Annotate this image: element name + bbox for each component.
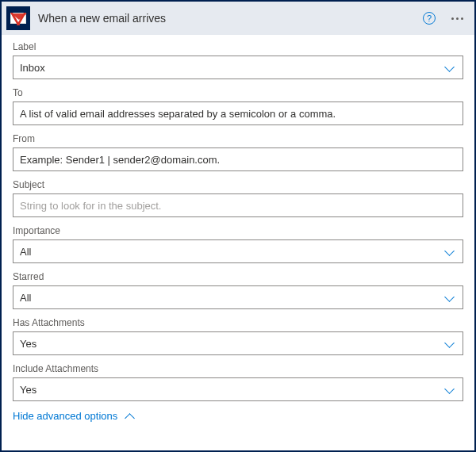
field-label-text: From [13, 133, 463, 144]
field-from: From Example: Sender1 | sender2@domain.c… [13, 133, 463, 171]
to-placeholder: A list of valid email addresses separate… [20, 108, 456, 120]
field-label-text: Importance [13, 225, 463, 236]
from-input[interactable]: Example: Sender1 | sender2@domain.com. [13, 147, 463, 171]
chevron-up-icon [124, 409, 136, 422]
field-label: Label Inbox [13, 41, 463, 79]
header-actions: ? [423, 12, 466, 25]
chevron-down-icon [443, 245, 456, 258]
subject-placeholder: String to look for in the subject. [20, 200, 456, 212]
include-attachments-value: Yes [20, 384, 443, 396]
field-label-text: Include Attachments [13, 363, 463, 374]
field-to: To A list of valid email addresses separ… [13, 87, 463, 125]
card-title: When a new email arrives [38, 12, 415, 25]
field-label-text: Label [13, 41, 463, 52]
chevron-down-icon [443, 337, 456, 350]
field-has-attachments: Has Attachments Yes [13, 317, 463, 355]
more-menu-icon[interactable] [448, 14, 466, 23]
has-attachments-dropdown[interactable]: Yes [13, 331, 463, 355]
trigger-card: When a new email arrives ? Label Inbox T… [0, 0, 476, 452]
field-subject: Subject String to look for in the subjec… [13, 179, 463, 217]
help-icon[interactable]: ? [423, 12, 436, 25]
chevron-down-icon [443, 291, 456, 304]
gmail-icon [6, 6, 30, 30]
importance-value: All [20, 246, 443, 258]
field-label-text: Starred [13, 271, 463, 282]
field-label-text: To [13, 87, 463, 98]
field-label-text: Has Attachments [13, 317, 463, 328]
starred-dropdown[interactable]: All [13, 285, 463, 309]
from-placeholder: Example: Sender1 | sender2@domain.com. [20, 154, 456, 166]
field-include-attachments: Include Attachments Yes [13, 363, 463, 401]
include-attachments-dropdown[interactable]: Yes [13, 377, 463, 401]
chevron-down-icon [443, 383, 456, 396]
chevron-down-icon [443, 61, 456, 74]
label-value: Inbox [20, 62, 443, 74]
field-label-text: Subject [13, 179, 463, 190]
to-input[interactable]: A list of valid email addresses separate… [13, 102, 463, 125]
toggle-advanced-options[interactable]: Hide advanced options [13, 409, 463, 422]
card-body: Label Inbox To A list of valid email add… [2, 35, 474, 450]
toggle-text: Hide advanced options [13, 410, 117, 422]
subject-input[interactable]: String to look for in the subject. [13, 193, 463, 217]
field-importance: Importance All [13, 225, 463, 263]
card-header: When a new email arrives ? [2, 2, 474, 35]
starred-value: All [20, 292, 443, 304]
has-attachments-value: Yes [20, 338, 443, 350]
label-dropdown[interactable]: Inbox [13, 56, 463, 79]
importance-dropdown[interactable]: All [13, 239, 463, 263]
field-starred: Starred All [13, 271, 463, 309]
